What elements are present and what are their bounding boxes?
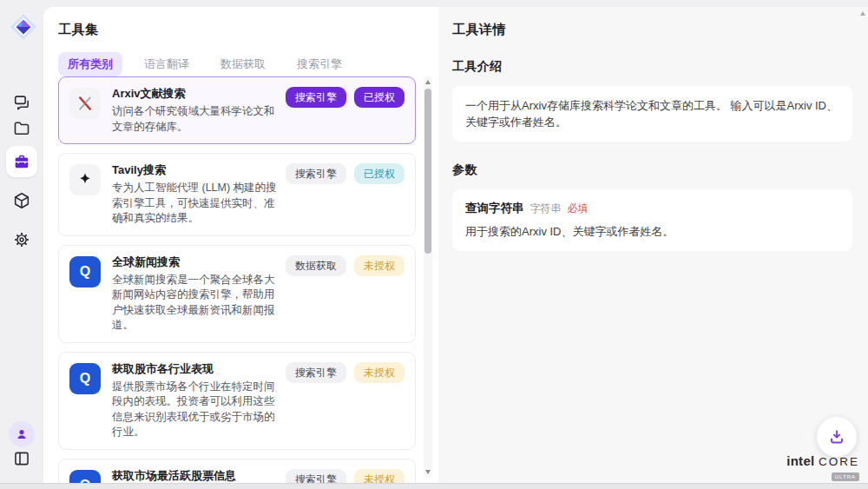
arxiv-icon [69,88,101,119]
tool-name: 获取股市各行业表现 [112,361,277,377]
auth-status-badge: 已授权 [354,163,404,184]
tool-card[interactable]: Arxiv文献搜索 访问各个研究领域大量科学论文和文章的存储库。 搜索引擎 已授… [58,76,416,144]
download-icon [827,427,846,446]
auth-status-badge: 未授权 [354,362,404,383]
tool-description: 专为人工智能代理 (LLM) 构建的搜索引擎工具，可快速提供实时、准确和真实的结… [112,181,277,227]
tool-list: Arxiv文献搜索 访问各个研究领域大量科学论文和文章的存储库。 搜索引擎 已授… [58,76,416,483]
user-avatar[interactable] [9,421,35,447]
list-scrollbar[interactable] [424,76,432,478]
q-icon: Q [69,470,101,484]
user-icon [14,426,30,442]
tab-data-fetching[interactable]: 数据获取 [211,52,275,76]
cube-icon[interactable] [12,191,31,210]
tool-card[interactable]: Q 获取股市各行业表现 提供股票市场各个行业在特定时间段内的表现。投资者可以利用… [58,352,416,450]
category-tabs: 所有类别 语言翻译 数据获取 搜索引擎 [58,52,438,76]
tool-name: 全球新闻搜索 [112,254,277,270]
tab-search-engine[interactable]: 搜索引擎 [287,52,352,76]
param-card: 查询字符串 字符串 必填 用于搜索的Arxiv ID、关键字或作者姓名。 [452,189,852,251]
download-button[interactable] [817,417,857,457]
intro-card: 一个用于从Arxiv存储库搜索科学论文和文章的工具。 输入可以是Arxiv ID… [452,86,852,142]
toolset-pane: 工具集 所有类别 语言翻译 数据获取 搜索引擎 Arxiv文献搜索 访问各个研究… [43,7,438,483]
tool-card[interactable]: Q 获取市场最活跃股票信息 提供当天交易量最高的股票列表，投资者可以利用这些信息… [58,459,416,484]
panel-toggle-icon[interactable] [12,449,31,468]
category-badge: 搜索引擎 [286,362,346,383]
tool-card[interactable]: Tavily搜索 专为人工智能代理 (LLM) 构建的搜索引擎工具，可快速提供实… [58,153,416,236]
param-type: 字符串 [530,202,562,216]
sidebar-item-toolbox[interactable] [6,146,37,177]
tab-all-categories[interactable]: 所有类别 [58,52,122,76]
chat-icon[interactable] [12,93,31,112]
scroll-down-arrow-icon[interactable] [425,470,431,474]
sidebar-rail [0,0,43,483]
tool-detail-pane: 工具详情 工具介绍 一个用于从Arxiv存储库搜索科学论文和文章的工具。 输入可… [438,7,868,483]
window-bottom-edge [0,483,868,489]
tool-name: 获取市场最活跃股票信息 [112,468,277,484]
page-title: 工具集 [58,22,438,38]
folder-icon[interactable] [12,119,31,138]
param-required-flag: 必填 [568,202,589,216]
tool-name: Tavily搜索 [112,162,277,178]
tool-description: 提供股票市场各个行业在特定时间段内的表现。投资者可以利用这些信息来识别表现优于或… [112,380,277,440]
intro-heading: 工具介绍 [452,59,852,75]
app-logo[interactable] [9,12,38,42]
q-icon: Q [69,256,101,287]
scroll-up-arrow-icon[interactable] [425,80,431,84]
auth-status-badge: 未授权 [354,469,404,484]
detail-title: 工具详情 [452,22,852,38]
params-heading: 参数 [452,162,852,178]
category-badge: 搜索引擎 [286,87,346,108]
category-badge: 搜索引擎 [286,163,346,184]
main-window: 工具集 所有类别 语言翻译 数据获取 搜索引擎 Arxiv文献搜索 访问各个研究… [43,7,868,483]
toolbox-icon [12,152,31,171]
intel-core-logo: intel core ULTRA [786,455,859,481]
tool-name: Arxiv文献搜索 [112,86,277,102]
intro-text: 一个用于从Arxiv存储库搜索科学论文和文章的工具。 输入可以是Arxiv ID… [465,97,839,130]
brand-core: core [819,455,859,468]
scrollbar-thumb[interactable] [424,89,431,254]
param-name: 查询字符串 [465,201,524,216]
star-icon [69,164,101,195]
detail-scroll-up-icon[interactable] [860,11,865,16]
tool-description: 全球新闻搜索是一个聚合全球各大新闻网站内容的搜索引擎，帮助用户快速获取全球最新资… [112,273,277,334]
param-description: 用于搜索的Arxiv ID、关键字或作者姓名。 [465,224,839,240]
tool-description: 访问各个研究领域大量科学论文和文章的存储库。 [112,104,277,135]
brand-intel: intel [786,453,814,468]
category-badge: 搜索引擎 [286,469,346,484]
tool-card[interactable]: Q 全球新闻搜索 全球新闻搜索是一个聚合全球各大新闻网站内容的搜索引擎，帮助用户… [58,245,416,343]
settings-gear-icon[interactable] [12,230,31,249]
auth-status-badge: 已授权 [354,87,404,108]
category-badge: 数据获取 [286,255,346,276]
auth-status-badge: 未授权 [354,255,404,276]
tab-language-translation[interactable]: 语言翻译 [135,52,199,76]
q-icon: Q [69,363,101,394]
brand-tier-badge: ULTRA [832,472,859,481]
